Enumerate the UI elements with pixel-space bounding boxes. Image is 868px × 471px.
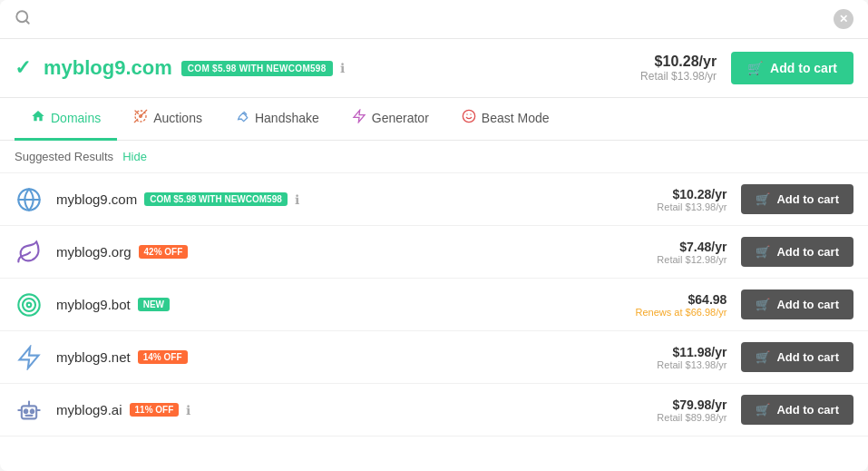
svg-point-15 [31, 409, 34, 413]
domain-price: $11.98/yr [657, 345, 727, 359]
beast-mode-tab-icon [462, 109, 476, 127]
add-to-cart-button[interactable]: 🛒 Add to cart [741, 342, 853, 372]
domain-info: myblog9.net 14% OFF [56, 349, 657, 365]
handshake-tab-icon [235, 109, 249, 127]
cart-icon: 🛒 [747, 61, 763, 75]
domain-pricing: $10.28/yr Retail $13.98/yr [657, 187, 727, 212]
domain-name: myblog9.net [56, 349, 131, 365]
svg-marker-4 [354, 110, 365, 122]
results-list: myblog9.com COM $5.98 WITH NEWCOM598 ℹ $… [0, 173, 868, 437]
tabs-bar: Domains Auctions Handshake [0, 98, 868, 141]
hide-link[interactable]: Hide [122, 150, 147, 163]
domain-price: $10.28/yr [657, 187, 727, 201]
cart-icon: 🛒 [756, 298, 770, 311]
featured-domain-name: myblog9.com [44, 56, 172, 80]
search-bar: myblog9 ✕ [0, 0, 868, 39]
add-to-cart-button[interactable]: 🛒 Add to cart [741, 289, 853, 319]
domain-icon [15, 238, 44, 267]
domain-renews: Renews at $66.98/yr [635, 307, 727, 318]
add-to-cart-label: Add to cart [776, 298, 839, 311]
tab-auctions-label: Auctions [153, 111, 202, 125]
domain-info: myblog9.bot NEW [56, 297, 635, 312]
featured-result: ✓ myblog9.com COM $5.98 WITH NEWCOM598 ℹ… [0, 39, 868, 98]
tab-beast-mode-label: Beast Mode [482, 111, 550, 125]
domain-name: myblog9.bot [56, 297, 131, 312]
domain-retail: Retail $13.98/yr [657, 201, 727, 212]
domain-name: myblog9.com [56, 191, 137, 207]
domain-pricing: $11.98/yr Retail $13.98/yr [657, 345, 727, 370]
tab-handshake[interactable]: Handshake [219, 98, 336, 141]
cart-icon: 🛒 [756, 403, 770, 417]
search-clear-button[interactable]: ✕ [834, 9, 853, 29]
tab-auctions[interactable]: Auctions [117, 98, 219, 141]
add-to-cart-button[interactable]: 🛒 Add to cart [741, 184, 853, 214]
domain-pricing: $64.98 Renews at $66.98/yr [635, 292, 727, 318]
add-to-cart-label: Add to cart [776, 403, 839, 417]
info-icon[interactable]: ℹ [295, 192, 299, 207]
tab-handshake-label: Handshake [255, 111, 319, 125]
domain-info: myblog9.org 42% OFF [56, 244, 657, 260]
domain-icon [15, 185, 44, 214]
new-badge: NEW [138, 298, 170, 311]
cart-icon: 🛒 [756, 350, 770, 364]
domain-name: myblog9.org [56, 244, 132, 260]
domain-info: myblog9.ai 11% OFF ℹ [56, 402, 657, 417]
generator-tab-icon [352, 109, 366, 127]
promo-badge: COM $5.98 WITH NEWCOM598 [144, 192, 288, 206]
table-row: myblog9.org 42% OFF $7.48/yr Retail $12.… [0, 226, 868, 279]
domain-price: $64.98 [635, 292, 727, 307]
tab-generator[interactable]: Generator [336, 98, 445, 141]
svg-point-9 [18, 294, 39, 315]
table-row: myblog9.bot NEW $64.98 Renews at $66.98/… [0, 279, 868, 331]
info-icon[interactable]: ℹ [186, 403, 190, 417]
domain-pricing: $7.48/yr Retail $12.98/yr [657, 240, 727, 265]
domain-price: $79.98/yr [657, 397, 727, 412]
page-wrapper: myblog9 ✕ ✓ myblog9.com COM $5.98 WITH N… [0, 0, 868, 471]
svg-point-11 [27, 302, 32, 307]
domain-icon [15, 396, 44, 425]
tab-beast-mode[interactable]: Beast Mode [445, 98, 566, 141]
tab-domains[interactable]: Domains [15, 98, 117, 141]
add-to-cart-button[interactable]: 🛒 Add to cart [741, 395, 853, 425]
search-icon [15, 9, 31, 29]
cart-icon: 🛒 [756, 245, 770, 259]
domain-retail: Retail $12.98/yr [657, 254, 727, 265]
svg-line-1 [25, 20, 28, 23]
domain-icon [15, 290, 44, 319]
domains-tab-icon [31, 109, 45, 127]
add-to-cart-button[interactable]: 🛒 Add to cart [741, 237, 853, 267]
auctions-tab-icon [133, 109, 148, 127]
add-to-cart-label: Add to cart [776, 192, 839, 206]
tab-domains-label: Domains [51, 111, 101, 125]
featured-retail: Retail $13.98/yr [640, 70, 717, 83]
tab-generator-label: Generator [372, 111, 429, 125]
svg-point-14 [24, 409, 28, 413]
table-row: myblog9.net 14% OFF $11.98/yr Retail $13… [0, 331, 868, 384]
featured-promo-badge: COM $5.98 WITH NEWCOM598 [181, 61, 333, 76]
off-badge: 42% OFF [139, 245, 189, 259]
cart-icon: 🛒 [756, 192, 770, 206]
add-to-cart-label: Add to cart [776, 245, 839, 259]
domain-pricing: $79.98/yr Retail $89.98/yr [657, 397, 727, 423]
off-badge: 14% OFF [138, 350, 188, 364]
off-badge: 11% OFF [130, 403, 180, 417]
featured-pricing: $10.28/yr Retail $13.98/yr [640, 54, 717, 83]
domain-retail: Retail $89.98/yr [657, 412, 727, 423]
featured-info-icon[interactable]: ℹ [340, 61, 345, 75]
domain-icon [15, 343, 44, 372]
add-to-cart-label: Add to cart [776, 350, 839, 364]
domain-price: $7.48/yr [657, 240, 727, 254]
domain-name: myblog9.ai [56, 402, 122, 417]
table-row: myblog9.com COM $5.98 WITH NEWCOM598 ℹ $… [0, 173, 868, 226]
domain-retail: Retail $13.98/yr [657, 359, 727, 370]
featured-add-to-cart-button[interactable]: 🛒 Add to cart [731, 52, 853, 84]
svg-marker-12 [20, 347, 39, 368]
domain-info: myblog9.com COM $5.98 WITH NEWCOM598 ℹ [56, 191, 657, 207]
svg-point-10 [23, 299, 35, 311]
featured-price: $10.28/yr [640, 54, 717, 70]
check-icon: ✓ [15, 56, 31, 80]
table-row: myblog9.ai 11% OFF ℹ $79.98/yr Retail $8… [0, 384, 868, 437]
suggested-label: Suggested Results [15, 150, 113, 163]
featured-add-to-cart-label: Add to cart [770, 61, 837, 75]
search-input[interactable]: myblog9 [40, 11, 834, 27]
